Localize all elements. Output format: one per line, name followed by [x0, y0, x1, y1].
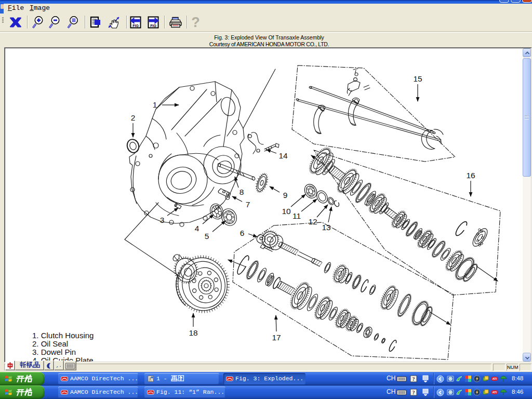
decor-span: d [289, 375, 293, 382]
ime-fullhalf-button[interactable] [44, 361, 54, 370]
palette-icon[interactable] [464, 375, 472, 382]
palette-icon[interactable] [464, 389, 472, 396]
start-label [16, 388, 33, 397]
ati-icon[interactable]: ATI [491, 389, 498, 396]
power-icon[interactable] [473, 389, 481, 396]
start-button[interactable] [0, 372, 45, 385]
task-button[interactable]: Fig. 3: Exploded... [223, 373, 305, 384]
decor-span: e [113, 375, 117, 382]
decor-svg [473, 389, 481, 396]
hide-icons-button[interactable] [436, 375, 444, 382]
ime-punct-button[interactable]: ,. [54, 361, 64, 370]
part-leader-9 [270, 187, 280, 192]
part-label-5: 5 [205, 232, 209, 241]
decor-svg [5, 375, 14, 383]
vertical-scrollbar[interactable] [523, 48, 531, 362]
language-indicator[interactable]: CH [387, 375, 395, 382]
zoom-in-button[interactable] [31, 15, 46, 30]
task-button[interactable]: Fig. 11: “1” Ran... [144, 387, 225, 398]
part-leader-10 [291, 194, 305, 207]
decor-svg: ATI [491, 375, 498, 382]
language-bar-options-icon[interactable] [422, 389, 429, 396]
decor-svg [482, 389, 489, 396]
diagram-canvas[interactable]: 1234567891011121314151617181. Clutch Hou… [5, 48, 531, 362]
decor-span [167, 375, 171, 382]
menu-image[interactable]: Image [27, 4, 52, 14]
windows-flag-icon [5, 388, 14, 399]
decor-span: g [164, 389, 167, 395]
previous-figure-button[interactable]: FIG [128, 15, 142, 30]
figure-courtesy: Courtesy of AMERICAN HONDA MOTOR CO., LT… [6, 41, 532, 47]
part-leader-3 [167, 208, 178, 216]
part-label-7: 7 [246, 200, 250, 209]
menu-file[interactable]: File [5, 4, 26, 14]
keyboard-layout-icon[interactable] [396, 375, 404, 382]
language-bar-options-icon[interactable] [422, 375, 429, 382]
status-bar: NUM [0, 363, 532, 372]
fig-next-icon: FIG [147, 16, 159, 29]
part-label-12: 12 [308, 217, 317, 226]
task-button[interactable]: AAMCO DirecTech ... [58, 387, 138, 398]
scroll-down-arrow-icon [524, 355, 530, 361]
zoom-page-icon [66, 15, 81, 29]
task-label: AAMCO DirecTech ... [70, 388, 138, 396]
decor-svg [473, 375, 481, 382]
close-button[interactable] [522, 0, 532, 3]
task-button[interactable]: 1 - [144, 373, 219, 384]
language-indicator[interactable]: CH [387, 388, 395, 395]
pan-button[interactable] [106, 15, 123, 30]
start-button[interactable] [0, 385, 45, 399]
part-label-6: 6 [240, 229, 245, 237]
decor-span: mage [34, 4, 50, 12]
titlebar-gradient [0, 0, 532, 4]
power-icon[interactable] [473, 375, 481, 382]
decor-span: O [85, 375, 88, 382]
print-button[interactable] [168, 15, 183, 30]
decor-span: F [156, 389, 160, 395]
decor-svg [5, 388, 14, 397]
swoosh-icon[interactable] [456, 389, 463, 396]
media-icon[interactable] [447, 389, 454, 396]
parts-list-line: 3. Dowel Pin [32, 348, 76, 356]
toolbar-separator [187, 16, 188, 29]
scroll-up-arrow-icon [524, 50, 530, 56]
zoom-page-button[interactable] [65, 15, 81, 30]
zoom-out-button[interactable] [48, 15, 62, 30]
next-figure-button[interactable]: FIG [146, 15, 160, 30]
task-button[interactable]: AAMCO DirecTech ... [58, 373, 138, 384]
part-leader-13 [328, 207, 331, 222]
cube-icon[interactable] [482, 375, 489, 382]
decor-span: . [300, 375, 303, 382]
cube-icon[interactable] [482, 389, 489, 396]
decor-span: 1 [156, 375, 160, 382]
ime-help-icon[interactable]: ? [410, 389, 417, 396]
scroll-down-button[interactable] [523, 353, 531, 362]
keyboard-layout-icon[interactable] [396, 389, 404, 396]
media-icon[interactable] [447, 375, 454, 382]
help-button[interactable]: ? [189, 15, 203, 30]
part-label-2: 2 [131, 113, 136, 122]
decor-svg [396, 375, 407, 382]
ime-logo-button[interactable] [5, 361, 15, 370]
copy-button[interactable] [88, 15, 103, 30]
close-figure-button[interactable] [8, 15, 23, 30]
umbrella-icon[interactable] [500, 389, 507, 396]
decor-span: M [77, 389, 81, 395]
scrollbar-thumb[interactable] [523, 58, 531, 177]
swoosh-icon[interactable] [456, 375, 463, 382]
umbrella-icon[interactable] [500, 375, 507, 382]
decor-span: A [74, 389, 77, 395]
ime-keyboard-button[interactable] [64, 361, 76, 370]
part-leader-4 [203, 215, 214, 224]
scroll-up-button[interactable] [523, 48, 531, 57]
toolbar-grip[interactable] [2, 17, 4, 23]
status-panel-2 [493, 364, 506, 371]
maximize-button[interactable] [511, 0, 521, 3]
decor-svg [500, 375, 507, 382]
decor-u: I [30, 4, 34, 12]
hide-icons-button[interactable] [436, 389, 444, 396]
ime-help-icon[interactable]: ? [410, 375, 417, 382]
minimize-button[interactable] [499, 0, 509, 3]
ime-name-button[interactable] [15, 361, 44, 370]
ati-icon[interactable]: ATI [491, 375, 498, 382]
